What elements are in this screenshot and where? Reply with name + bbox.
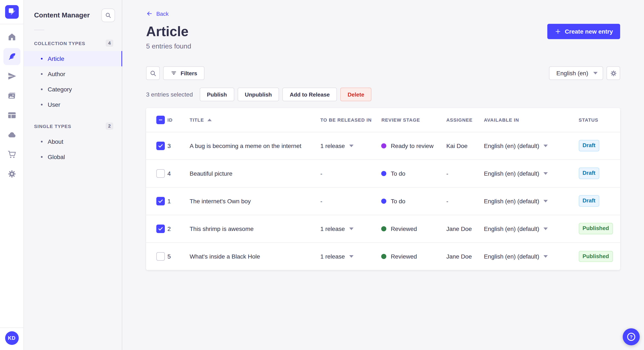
column-header-title[interactable]: TITLE [190, 108, 320, 132]
sidebar-item-user[interactable]: User [24, 97, 122, 112]
single-types-count-badge: 2 [106, 123, 113, 130]
strapi-logo[interactable] [0, 0, 24, 24]
cell-id: 3 [168, 132, 190, 160]
avatar[interactable]: KD [5, 331, 18, 345]
row-checkbox[interactable] [156, 141, 165, 150]
bullet-icon [41, 141, 42, 143]
help-question-icon: ? [626, 332, 636, 342]
locale-select[interactable]: English (en) [549, 66, 603, 80]
subnav-divider [34, 30, 44, 30]
sidebar-item-about[interactable]: About [24, 134, 122, 149]
bullet-icon [41, 88, 42, 90]
subnav-title: Content Manager [34, 11, 90, 19]
publish-button[interactable]: Publish [200, 88, 234, 101]
rail-footer: KD [0, 328, 24, 350]
svg-text:?: ? [630, 334, 632, 340]
cell-title: A bug is becoming a meme on the internet [190, 132, 320, 160]
bulk-actions-row: 3 entries selected Publish Unpublish Add… [146, 88, 620, 101]
releases-nav-button[interactable] [3, 68, 20, 85]
check-icon [158, 198, 164, 204]
row-checkbox[interactable] [156, 197, 165, 205]
media-library-images-icon [7, 91, 16, 100]
release-dropdown-caret[interactable] [349, 227, 353, 230]
collection-types-count-badge: 4 [106, 39, 113, 47]
sidebar-item-article[interactable]: Article [24, 51, 122, 66]
cell-id: 4 [168, 160, 190, 187]
filter-icon [170, 70, 177, 77]
deploy-nav-button[interactable] [3, 126, 20, 143]
content-manager-nav-button[interactable] [3, 48, 20, 65]
search-button[interactable] [146, 66, 160, 80]
indeterminate-dash-icon [158, 117, 164, 123]
sidebar-item-author[interactable]: Author [24, 66, 122, 82]
table-row[interactable]: 1 The internet's Own boy - To do - Engli… [146, 187, 620, 215]
unpublish-button[interactable]: Unpublish [238, 88, 279, 101]
cell-title: Beautiful picture [190, 160, 320, 187]
single-types-label: SINGLE TYPES [34, 124, 71, 129]
stage-dot-icon [382, 254, 386, 259]
cell-title: What's inside a Black Hole [190, 242, 320, 270]
sidebar-item-category[interactable]: Category [24, 82, 122, 97]
main-nav-rail: KD [0, 0, 24, 350]
cell-assignee: Jane Doe [446, 215, 484, 242]
filters-button[interactable]: Filters [163, 66, 204, 80]
row-checkbox[interactable] [156, 224, 165, 233]
add-to-release-button[interactable]: Add to Release [282, 88, 337, 101]
cell-review-stage: To do [382, 197, 446, 204]
cell-locale: English (en) (default) [484, 225, 578, 232]
deploy-cloud-icon [7, 130, 16, 140]
create-new-entry-button[interactable]: Create new entry [547, 24, 620, 39]
view-settings-button[interactable] [606, 66, 620, 80]
cell-assignee: Jane Doe [446, 242, 484, 270]
locale-dropdown-caret[interactable] [544, 144, 548, 147]
strapi-logo-icon [5, 5, 18, 19]
release-dropdown-caret[interactable] [349, 144, 353, 147]
table-row[interactable]: 4 Beautiful picture - To do - English (e… [146, 160, 620, 187]
cell-review-stage: Ready to review [382, 142, 446, 149]
home-icon [7, 32, 16, 42]
subnav-search-button[interactable] [101, 8, 115, 22]
release-dropdown-caret[interactable] [349, 255, 353, 258]
sidebar-item-label: Article [48, 55, 64, 62]
locale-dropdown-caret[interactable] [544, 227, 548, 230]
row-checkbox[interactable] [156, 169, 165, 177]
toolbar: Filters English (en) [146, 66, 620, 80]
back-link[interactable]: Back [146, 10, 169, 17]
table-row[interactable]: 5 What's inside a Black Hole 1 release R… [146, 242, 620, 270]
locale-dropdown-caret[interactable] [544, 255, 548, 258]
cell-release: - [320, 197, 382, 204]
cell-release: 1 release [320, 225, 382, 232]
marketplace-nav-button[interactable] [3, 146, 20, 163]
content-type-builder-layout-icon [7, 111, 16, 120]
bullet-icon [41, 104, 42, 105]
table-row[interactable]: 2 This shrimp is awesome 1 release Revie… [146, 215, 620, 242]
settings-nav-button[interactable] [3, 166, 20, 182]
table-row[interactable]: 3 A bug is becoming a meme on the intern… [146, 132, 620, 160]
help-button[interactable]: ? [623, 328, 640, 345]
sidebar-item-global[interactable]: Global [24, 149, 122, 165]
media-library-nav-button[interactable] [3, 87, 20, 104]
stage-dot-icon [382, 226, 386, 231]
stage-dot-icon [382, 143, 386, 148]
search-icon [105, 12, 112, 19]
column-header-id[interactable]: ID [168, 108, 190, 132]
cell-review-stage: Reviewed [382, 253, 446, 260]
cell-id: 5 [168, 242, 190, 270]
row-checkbox[interactable] [156, 252, 165, 261]
entries-table: ID TITLE TO BE RELEASED IN REVIEW STAGE … [146, 108, 620, 270]
locale-dropdown-caret[interactable] [544, 200, 548, 202]
column-header-review-stage: REVIEW STAGE [382, 108, 446, 132]
column-header-available-in: AVAILABLE IN [484, 108, 578, 132]
locale-dropdown-caret[interactable] [544, 172, 548, 175]
arrow-left-icon [146, 10, 153, 17]
sidebar-item-label: Category [48, 86, 72, 93]
home-nav-button[interactable] [3, 28, 20, 45]
cell-assignee: - [446, 160, 484, 187]
delete-button[interactable]: Delete [340, 88, 372, 101]
status-badge: Draft [578, 140, 599, 151]
column-header-status: STATUS [578, 108, 620, 132]
sidebar-item-label: Global [48, 154, 65, 160]
column-header-assignee: ASSIGNEE [446, 108, 484, 132]
select-all-checkbox[interactable] [156, 116, 165, 124]
content-type-builder-nav-button[interactable] [3, 107, 20, 124]
